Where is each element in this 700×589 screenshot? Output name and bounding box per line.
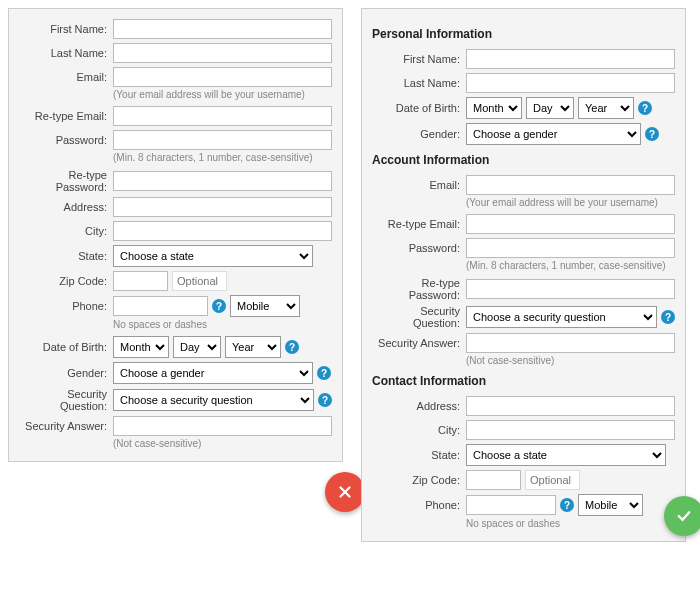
label-zip: Zip Code: [19, 275, 113, 287]
help-icon[interactable]: ? [318, 393, 332, 407]
label-retype-password: Re-type Password: [19, 169, 113, 193]
email-hint: (Your email address will be your usernam… [466, 196, 658, 208]
label-seca: Security Answer: [19, 420, 113, 432]
label-gender: Gender: [372, 128, 466, 140]
label-secq: Security Question: [19, 388, 113, 412]
help-icon[interactable]: ? [317, 366, 331, 380]
phone-hint: No spaces or dashes [113, 318, 207, 330]
retype-password-field[interactable] [466, 279, 675, 299]
lastname-field[interactable] [113, 43, 332, 63]
section-account: Account Information [372, 153, 675, 167]
x-icon [336, 483, 354, 501]
label-gender: Gender: [19, 367, 113, 379]
section-personal: Personal Information [372, 27, 675, 41]
dob-month-select[interactable]: Month [466, 97, 522, 119]
label-retype-email: Re-type Email: [372, 218, 466, 230]
label-firstname: First Name: [19, 23, 113, 35]
security-question-select[interactable]: Choose a security question [466, 306, 657, 328]
zip-field[interactable] [466, 470, 521, 490]
zip-field[interactable] [113, 271, 168, 291]
form-left: First Name: Last Name: Email: (Your emai… [8, 8, 343, 462]
label-firstname: First Name: [372, 53, 466, 65]
security-question-select[interactable]: Choose a security question [113, 389, 314, 411]
password-field[interactable] [113, 130, 332, 150]
lastname-field[interactable] [466, 73, 675, 93]
email-hint: (Your email address will be your usernam… [113, 88, 305, 100]
label-dob: Date of Birth: [372, 102, 466, 114]
phone-hint: No spaces or dashes [466, 517, 560, 529]
security-answer-field[interactable] [466, 333, 675, 353]
label-secq: Security Question: [372, 305, 466, 329]
label-password: Password: [372, 242, 466, 254]
label-retype-email: Re-type Email: [19, 110, 113, 122]
password-hint: (Min. 8 characters, 1 number, case-sensi… [466, 259, 666, 271]
zip-optional-field[interactable] [525, 470, 580, 490]
help-icon[interactable]: ? [560, 498, 574, 512]
check-icon [675, 507, 693, 525]
firstname-field[interactable] [466, 49, 675, 69]
label-seca: Security Answer: [372, 337, 466, 349]
phone-type-select[interactable]: Mobile [578, 494, 643, 516]
email-field[interactable] [113, 67, 332, 87]
good-example-badge [664, 496, 700, 536]
password-field[interactable] [466, 238, 675, 258]
label-city: City: [372, 424, 466, 436]
label-city: City: [19, 225, 113, 237]
label-email: Email: [19, 71, 113, 83]
zip-optional-field[interactable] [172, 271, 227, 291]
phone-type-select[interactable]: Mobile [230, 295, 300, 317]
gender-select[interactable]: Choose a gender [466, 123, 641, 145]
dob-month-select[interactable]: Month [113, 336, 169, 358]
bad-example-badge [325, 472, 365, 512]
label-lastname: Last Name: [19, 47, 113, 59]
form-right: Personal Information First Name: Last Na… [361, 8, 686, 542]
email-field[interactable] [466, 175, 675, 195]
help-icon[interactable]: ? [212, 299, 226, 313]
label-phone: Phone: [372, 499, 466, 511]
firstname-field[interactable] [113, 19, 332, 39]
label-address: Address: [19, 201, 113, 213]
help-icon[interactable]: ? [661, 310, 675, 324]
dob-year-select[interactable]: Year [578, 97, 634, 119]
retype-email-field[interactable] [466, 214, 675, 234]
label-state: State: [372, 449, 466, 461]
state-select[interactable]: Choose a state [466, 444, 666, 466]
dob-day-select[interactable]: Day [173, 336, 221, 358]
seca-hint: (Not case-sensitive) [466, 354, 554, 366]
security-answer-field[interactable] [113, 416, 332, 436]
help-icon[interactable]: ? [645, 127, 659, 141]
address-field[interactable] [466, 396, 675, 416]
label-address: Address: [372, 400, 466, 412]
phone-field[interactable] [466, 495, 556, 515]
address-field[interactable] [113, 197, 332, 217]
city-field[interactable] [113, 221, 332, 241]
section-contact: Contact Information [372, 374, 675, 388]
password-hint: (Min. 8 characters, 1 number, case-sensi… [113, 151, 313, 163]
label-zip: Zip Code: [372, 474, 466, 486]
dob-year-select[interactable]: Year [225, 336, 281, 358]
help-icon[interactable]: ? [285, 340, 299, 354]
label-phone: Phone: [19, 300, 113, 312]
label-password: Password: [19, 134, 113, 146]
gender-select[interactable]: Choose a gender [113, 362, 313, 384]
seca-hint: (Not case-sensitive) [113, 437, 201, 449]
label-email: Email: [372, 179, 466, 191]
dob-day-select[interactable]: Day [526, 97, 574, 119]
label-state: State: [19, 250, 113, 262]
help-icon[interactable]: ? [638, 101, 652, 115]
state-select[interactable]: Choose a state [113, 245, 313, 267]
retype-email-field[interactable] [113, 106, 332, 126]
label-lastname: Last Name: [372, 77, 466, 89]
city-field[interactable] [466, 420, 675, 440]
retype-password-field[interactable] [113, 171, 332, 191]
label-retype-password: Re-type Password: [372, 277, 466, 301]
phone-field[interactable] [113, 296, 208, 316]
label-dob: Date of Birth: [19, 341, 113, 353]
